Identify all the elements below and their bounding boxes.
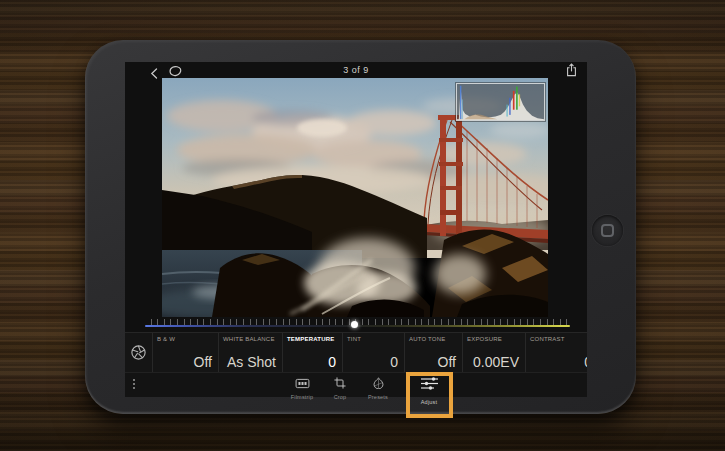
exposure-label: EXPOSURE — [467, 336, 502, 342]
home-button[interactable] — [592, 215, 623, 246]
kebab-menu-icon[interactable] — [133, 379, 136, 389]
contrast-label: CONTRAST — [530, 336, 565, 342]
photo-canvas[interactable] — [162, 78, 548, 317]
white-balance-value: As Shot — [227, 354, 276, 370]
temperature-slider[interactable] — [145, 318, 570, 331]
bw-label: B & W — [157, 336, 175, 342]
panel-cell-auto-tone[interactable]: AUTO TONE Off — [404, 333, 462, 372]
histogram-chart — [457, 84, 544, 120]
white-balance-label: WHITE BALANCE — [223, 336, 275, 342]
tool-presets[interactable]: Presets — [359, 375, 397, 400]
filmstrip-icon — [295, 378, 310, 389]
top-bar: 3 of 9 — [125, 62, 587, 78]
filmstrip-label: Filmstrip — [283, 394, 321, 400]
panel-cell-tint[interactable]: TINT 0 — [342, 333, 404, 372]
lightroom-app-screen: 3 of 9 — [125, 62, 587, 397]
aperture-button[interactable] — [125, 333, 152, 372]
exposure-value: 0.00EV — [473, 354, 519, 370]
contrast-value: 0 — [584, 354, 587, 370]
bw-value: Off — [194, 354, 212, 370]
panel-cell-white-balance[interactable]: WHITE BALANCE As Shot — [218, 333, 282, 372]
histogram-overlay[interactable] — [456, 83, 545, 121]
scene: 3 of 9 — [0, 0, 725, 451]
panel-cell-temperature[interactable]: TEMPERATURE 0 — [282, 333, 342, 372]
slider-handle[interactable] — [351, 321, 358, 328]
tool-crop[interactable]: Crop — [321, 375, 359, 400]
presets-label: Presets — [359, 394, 397, 400]
tablet-device: 3 of 9 — [85, 40, 636, 414]
crop-icon — [334, 377, 346, 389]
aperture-icon — [130, 344, 147, 365]
tint-label: TINT — [347, 336, 361, 342]
page-title: 3 of 9 — [125, 62, 587, 78]
auto-tone-label: AUTO TONE — [409, 336, 445, 342]
tint-value: 0 — [390, 354, 398, 370]
share-icon[interactable] — [566, 63, 577, 81]
bottom-toolbar: Filmstrip Crop P — [125, 372, 587, 397]
temperature-label: TEMPERATURE — [287, 336, 334, 342]
presets-icon — [372, 377, 385, 389]
adjustments-panel: B & W Off WHITE BALANCE As Shot TEMPERAT… — [125, 332, 587, 372]
panel-cell-contrast[interactable]: CONTRAST 0 — [525, 333, 587, 372]
adjust-highlight-box — [406, 372, 453, 418]
panel-cell-exposure[interactable]: EXPOSURE 0.00EV — [462, 333, 525, 372]
temperature-value: 0 — [328, 354, 336, 370]
crop-label: Crop — [321, 394, 359, 400]
tool-filmstrip[interactable]: Filmstrip — [283, 375, 321, 400]
auto-tone-value: Off — [438, 354, 456, 370]
home-button-square-icon — [601, 224, 614, 237]
panel-cell-bw[interactable]: B & W Off — [152, 333, 218, 372]
